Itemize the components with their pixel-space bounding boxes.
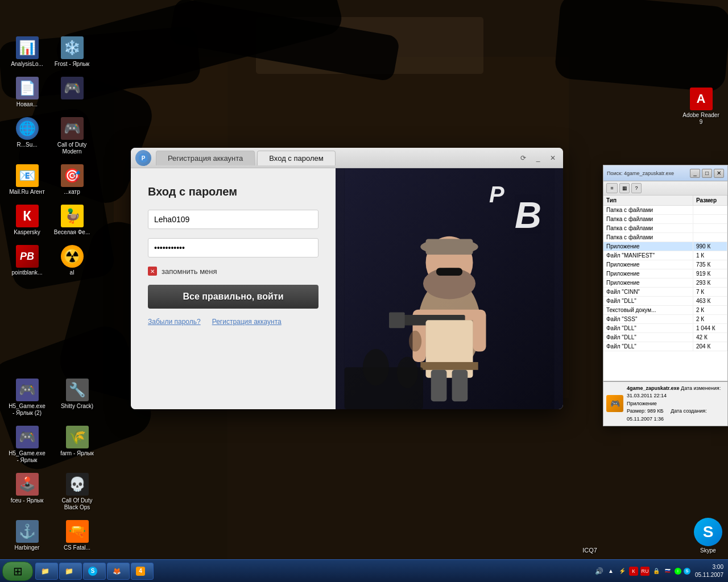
col-size[interactable]: Размер [693,196,727,205]
password-input[interactable] [148,238,318,257]
desktop-icon-nova[interactable]: 📄 Новая... [6,74,48,110]
table-row[interactable]: Файл "DLL" 42 К [603,333,727,342]
taskbar-firefox-icon: 🦊 [112,567,121,576]
systray-icq-small-icon[interactable]: i [675,568,681,575]
svg-rect-3 [256,17,483,74]
systray-volume-icon[interactable]: 🔊 [595,567,604,576]
systray-network-icon[interactable]: ▲ [606,567,615,576]
table-row[interactable]: Папка с файлами [603,233,727,242]
systray-security-icon[interactable]: 🔒 [652,567,661,576]
desktop-icon-h5game[interactable]: 🎮 H5_Game.exe - Ярлык [6,423,48,466]
file-info-text: 4game_zapuskatr.exe Дата изменения: 31.0… [627,385,725,423]
table-row[interactable]: Приложение 293 К [603,278,727,288]
desktop-icon-adobe[interactable]: A Adobe Reader 9 [680,85,722,128]
globe-label: R...Su... [16,142,37,148]
desktop-icon-frost[interactable]: ❄️ Frost - Ярлык [51,34,93,70]
table-row[interactable]: Приложение 919 К [603,269,727,278]
duck-label: Веселая Фе... [54,229,90,236]
table-row[interactable]: Файл "DLL" 204 К [603,342,727,351]
explorer-minimize-button[interactable]: _ [690,169,700,178]
desktop-icon-katr[interactable]: 🎯 ...катр [51,162,93,198]
table-row[interactable]: Файл "CINN" 7 К [603,288,727,297]
desktop-icon-codblackops[interactable]: 💀 Call Of Duty Black Ops [56,471,98,513]
row-size [693,233,727,242]
login-submit-button[interactable]: Все правильно, войти [148,285,318,309]
desktop-icon-csfatal[interactable]: 🔫 CS Fatal... [56,518,98,554]
desktop-icon-analysis[interactable]: 📊 AnalysisLo... [6,34,48,70]
systray-skype-small-icon[interactable]: S [684,568,690,575]
view-help-button[interactable]: ? [631,183,642,193]
row-type: Папка с файлами [603,215,693,223]
explorer-maximize-button[interactable]: □ [702,169,712,178]
systray-lang-icon[interactable]: 🇷🇺 [663,567,672,576]
window-minimize-button[interactable]: _ [532,152,544,164]
table-row[interactable]: Папка с файлами [603,215,727,224]
table-row[interactable]: Папка с файлами [603,224,727,233]
desktop-icon-kaspersky[interactable]: К Kaspersky [6,202,48,238]
desktop-icon-harbinger[interactable]: ⚓ Harbinger [6,518,48,554]
window-refresh-button[interactable]: ⟳ [518,152,529,164]
remember-me-row: ✕ запомнить меня [148,267,318,276]
tab-register[interactable]: Регистрация аккаунта [156,151,255,165]
table-row[interactable]: Текстовый докум... 2 К [603,306,727,315]
view-details-button[interactable]: ▦ [619,183,630,193]
window-close-button[interactable]: ✕ [547,152,559,164]
nova-label: Новая... [16,101,38,108]
farm-label: farm - Ярлык [60,450,94,457]
table-row[interactable]: Файл "SSS" 2 К [603,315,727,324]
desktop-icon-duck[interactable]: 🦆 Веселая Фе... [51,202,93,238]
table-row-selected[interactable]: Приложение 990 К [603,242,727,251]
row-size: 2 К [693,315,727,323]
desktop-icon-game1[interactable]: 🎮 [51,74,93,110]
row-size: 1 К [693,251,727,260]
taskbar-item-explorer[interactable]: 📁 [35,563,58,580]
systray-antivirus-icon[interactable]: К [629,567,638,576]
skype-area[interactable]: S Skype [694,518,722,554]
username-input[interactable] [148,210,318,229]
taskbar-item-firefox[interactable]: 🦊 [107,563,130,580]
row-type: Текстовый докум... [603,306,693,314]
desktop-icon-globe[interactable]: 🌐 R...Su... [6,115,48,157]
table-row[interactable]: Папка с файлами [603,206,727,215]
view-list-button[interactable]: ≡ [606,183,618,193]
table-row[interactable]: Файл "DLL" 1 044 К [603,324,727,333]
forgot-password-link[interactable]: Забыли пароль? [148,318,201,326]
desktop-icon-crack[interactable]: 🔧 Shitty Crack) [56,376,98,419]
login-window: P Регистрация аккаунта Вход с паролем ⟳ … [131,148,563,409]
desktop-icon-callduty[interactable]: 🎮 Call of Duty Modern [51,115,93,157]
skype-icon-large[interactable]: S [694,518,722,546]
explorer-close-button[interactable]: ✕ [714,169,724,178]
table-row[interactable]: Файл "DLL" 463 К [603,297,727,306]
desktop-icon-fceu[interactable]: 🕹️ fceu - Ярлык [6,471,48,513]
taskbar-item-4game[interactable]: 4 [131,563,154,580]
systray-ru-flag-icon[interactable]: RU [640,567,650,576]
taskbar-item-folder[interactable]: 📁 [59,563,82,580]
col-type[interactable]: Тип [603,196,693,205]
row-size: 42 К [693,333,727,342]
desktop-icon-mailru[interactable]: 📧 Mail.Ru Агент [6,162,48,198]
desktop-icon-h5game2[interactable]: 🎮 H5_Game.exe - Ярлык (2) [6,376,48,419]
taskbar-items: 📁 📁 S 🦊 4 [35,563,593,580]
remember-checkbox[interactable]: ✕ [148,267,157,276]
file-icon-large: 🎮 [606,395,623,412]
tab-login[interactable]: Вход с паролем [257,151,335,165]
row-size: 735 К [693,260,727,269]
table-row[interactable]: Приложение 735 К [603,260,727,269]
file-type-value: Приложение [627,401,657,406]
table-row[interactable]: Файл "MANIFEST" 1 К [603,251,727,260]
h5game2-icon: 🎮 [16,379,39,401]
clock-time: 3:00 [695,563,723,571]
skype-label: Skype [694,547,722,554]
taskbar-skype-icon: S [88,567,97,576]
systray-power-icon[interactable]: ⚡ [618,567,627,576]
desktop-icon-rad[interactable]: ☢️ al [51,243,93,278]
register-link[interactable]: Регистрация аккаунта [212,318,282,326]
icq-label: ICQ7 [582,547,597,554]
desktop-icon-pb[interactable]: PB pointblank... [6,243,48,278]
desktop-icon-farm[interactable]: 🌾 farm - Ярлык [56,423,98,466]
desktop: 📊 AnalysisLo... ❄️ Frost - Ярлык 📄 Новая… [0,0,728,582]
row-size [693,206,727,214]
taskbar-item-skype[interactable]: S [83,563,106,580]
start-button[interactable]: ⊞ [2,562,33,581]
row-type: Файл "DLL" [603,297,693,305]
